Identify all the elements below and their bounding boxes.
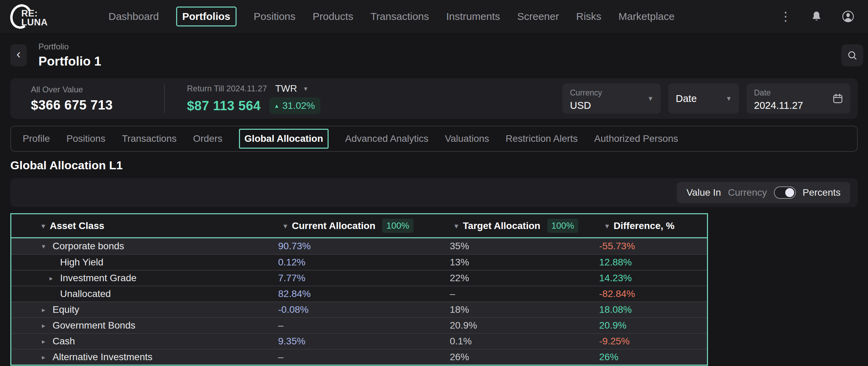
asset-class-label: Government Bonds (53, 320, 135, 331)
page-title: Portfolio 1 (38, 54, 101, 69)
page-header: ‹ Portfolio Portfolio 1 (0, 33, 868, 76)
return-value: $87 113 564 (187, 99, 261, 113)
target-allocation-value: 0.1% (450, 336, 599, 347)
row-expand-icon[interactable]: ▸ (49, 274, 60, 282)
return-method-dropdown[interactable]: TWR ▾ (275, 83, 308, 94)
asset-class-label: Unallocated (60, 288, 111, 299)
currency-value: USD (570, 100, 653, 111)
column-header-current-allocation[interactable]: ▾ Current Allocation 100% (278, 219, 450, 233)
app-logo[interactable]: RE:LUNA (7, 0, 76, 33)
summary-panel: All Over Value $366 675 713 Return Till … (10, 78, 858, 119)
difference-value: 14.23% (599, 273, 707, 284)
sort-caret-icon: ▾ (42, 222, 45, 230)
table-row[interactable]: ▸ Alternative Investments – 26% 26% (11, 349, 707, 365)
row-expand-icon[interactable]: ▸ (42, 306, 53, 314)
difference-value: 26% (599, 352, 707, 363)
nav-item-screener[interactable]: Screener (517, 11, 559, 22)
asset-class-label: Corporate bonds (53, 241, 124, 252)
table-toolbar: Value In Currency Percents (10, 178, 858, 207)
target-allocation-value: 18% (450, 304, 599, 315)
current-allocation-value: 82.84% (278, 288, 450, 299)
tab-profile[interactable]: Profile (23, 133, 50, 144)
row-expand-icon[interactable]: ▸ (42, 338, 53, 345)
nav-item-marketplace[interactable]: Marketplace (618, 11, 674, 22)
all-over-value: $366 675 713 (31, 98, 113, 113)
table-header: ▾ Asset Class ▾ Current Allocation 100% … (11, 214, 707, 238)
date-type-select[interactable]: Date ▾ (668, 83, 739, 114)
asset-class-label: Cash (53, 336, 75, 347)
nav-item-risks[interactable]: Risks (576, 11, 601, 22)
target-allocation-value: 13% (450, 257, 599, 268)
nav-item-dashboard[interactable]: Dashboard (108, 11, 159, 22)
target-allocation-value: 22% (450, 273, 599, 284)
table-row[interactable]: ▸ Equity -0.08% 18% 18.08% (11, 301, 707, 317)
tab-authorized-persons[interactable]: Authorized Persons (594, 133, 678, 144)
difference-value: -9.25% (599, 336, 707, 347)
chevron-down-icon: ▾ (727, 94, 731, 103)
table-row[interactable]: ▸ Cash 9.35% 0.1% -9.25% (11, 333, 707, 349)
sort-caret-icon: ▾ (455, 222, 458, 230)
title-block: Portfolio Portfolio 1 (38, 42, 101, 69)
allocation-table: ▾ Asset Class ▾ Current Allocation 100% … (10, 213, 708, 366)
current-allocation-value: – (278, 320, 450, 331)
table-row[interactable]: ▸ Investment Grade 7.77% 22% 14.23% (11, 270, 707, 286)
sort-caret-icon: ▾ (605, 222, 609, 230)
tab-restriction-alerts[interactable]: Restriction Alerts (506, 133, 578, 144)
search-icon (846, 49, 858, 61)
row-expand-icon[interactable]: ▸ (42, 322, 53, 330)
current-allocation-value: 0.12% (278, 257, 450, 268)
tab-positions[interactable]: Positions (66, 133, 105, 144)
value-in-label: Value In (686, 187, 721, 198)
table-row[interactable]: ▸ Government Bonds – 20.9% 20.9% (11, 317, 707, 333)
back-button[interactable]: ‹ (10, 44, 27, 66)
more-options-icon[interactable]: ⋮ (779, 10, 792, 23)
portfolio-tabs: ProfilePositionsTransactionsOrdersGlobal… (10, 126, 858, 152)
logo-text: RE:LUNA (21, 9, 48, 27)
user-avatar-icon (841, 10, 855, 23)
all-over-value-block: All Over Value $366 675 713 (31, 85, 113, 113)
tab-orders[interactable]: Orders (193, 133, 222, 144)
target-allocation-value: – (450, 288, 599, 299)
row-expand-icon[interactable]: ▾ (42, 242, 53, 250)
account-button[interactable] (841, 10, 855, 23)
nav-item-instruments[interactable]: Instruments (446, 11, 500, 22)
nav-item-portfolios[interactable]: Portfolios (176, 7, 237, 26)
nav-item-positions[interactable]: Positions (254, 11, 296, 22)
difference-value: -82.84% (599, 288, 707, 299)
row-expand-icon[interactable]: ▸ (42, 353, 53, 361)
currency-select[interactable]: Currency USD ▾ (562, 83, 661, 114)
value-in-currency-option[interactable]: Currency (728, 187, 767, 198)
value-unit-toggle[interactable] (774, 186, 796, 199)
table-row[interactable]: ▾ Corporate bonds 90.73% 35% -55.73% (11, 238, 707, 254)
chevron-down-icon: ▾ (304, 84, 307, 93)
current-allocation-value: 90.73% (278, 241, 450, 252)
arrow-up-icon: ▴ (275, 102, 278, 110)
asset-class-label: High Yield (60, 257, 103, 268)
column-header-asset-class[interactable]: ▾ Asset Class (11, 220, 278, 231)
tab-valuations[interactable]: Valuations (445, 133, 489, 144)
notifications-button[interactable] (810, 10, 823, 23)
current-allocation-value: 7.77% (278, 273, 450, 284)
column-header-target-allocation[interactable]: ▾ Target Allocation 100% (450, 219, 599, 233)
asset-class-label: Investment Grade (60, 273, 137, 284)
tab-advanced-analytics[interactable]: Advanced Analytics (345, 133, 429, 144)
difference-value: 20.9% (599, 320, 707, 331)
table-row[interactable]: High Yield 0.12% 13% 12.88% (11, 254, 707, 270)
column-header-difference[interactable]: ▾ Difference, % (599, 220, 707, 231)
target-allocation-value: 35% (450, 241, 599, 252)
date-picker-field[interactable]: Date 2024.11.27 (746, 83, 850, 114)
all-over-value-label: All Over Value (31, 85, 113, 94)
tab-global-allocation[interactable]: Global Allocation (239, 129, 329, 149)
chevron-left-icon: ‹ (16, 47, 21, 61)
value-in-percents-option[interactable]: Percents (803, 187, 841, 198)
tab-transactions[interactable]: Transactions (122, 133, 176, 144)
search-button[interactable] (841, 44, 863, 66)
nav-item-products[interactable]: Products (313, 11, 353, 22)
nav-item-transactions[interactable]: Transactions (370, 11, 429, 22)
bell-icon (810, 10, 823, 23)
total-badge: 100% (547, 219, 579, 233)
table-row[interactable]: Unallocated 82.84% – -82.84% (11, 286, 707, 301)
return-percent-badge: ▴ 31.02% (270, 98, 320, 114)
breadcrumb: Portfolio (38, 42, 101, 52)
calendar-icon (832, 92, 844, 105)
